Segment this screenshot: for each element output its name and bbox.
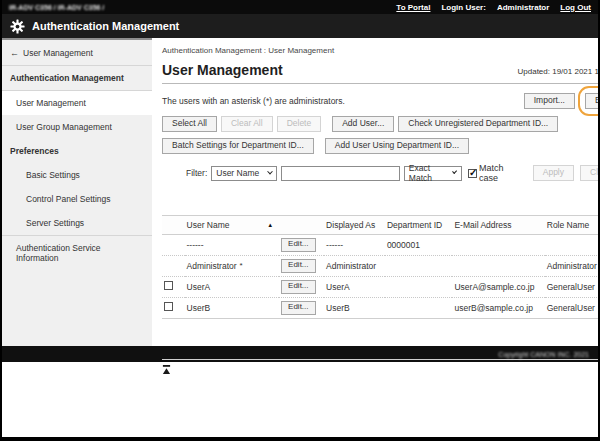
- back-to-top-button[interactable]: [162, 365, 171, 376]
- sidebar-back-label: User Management: [23, 48, 93, 58]
- pagination-top: 1 - 4 / 4 1: [162, 188, 600, 213]
- chevron-down-icon: [267, 169, 273, 175]
- filter-field-selected-value: User Name: [216, 168, 259, 178]
- table-row: UserB Edit... UserB userB@sample.co.jp G…: [162, 297, 600, 318]
- app-bar: Authentication Management: [2, 14, 598, 38]
- updated-timestamp: Updated: 19/01 2021 15:05:20: [518, 66, 600, 78]
- cell-department-id: [385, 297, 453, 318]
- copyright-redacted: Copyright CANON INC. 2021: [498, 351, 589, 358]
- log-out-link[interactable]: Log Out: [560, 3, 591, 12]
- select-all-button[interactable]: Select All: [162, 116, 217, 132]
- sidebar-item-basic-settings[interactable]: Basic Settings: [2, 163, 152, 187]
- sort-ascending-icon[interactable]: ▲: [267, 222, 273, 228]
- cell-displayed-as: UserA: [324, 276, 385, 297]
- pagination-bottom: 1 1 - 4 / 4: [162, 322, 600, 347]
- cell-displayed-as: Administrator: [324, 255, 385, 276]
- back-to-top-icon: [162, 365, 171, 374]
- app-title: Authentication Management: [32, 20, 179, 32]
- filter-label: Filter:: [186, 168, 207, 178]
- cell-email: [452, 255, 544, 276]
- toolbar-row-2: Batch Settings for Department ID... Add …: [162, 138, 600, 154]
- match-case-group: Match case: [468, 163, 521, 183]
- cell-displayed-as: UserB: [324, 297, 385, 318]
- filter-match-select[interactable]: Exact Match: [404, 166, 462, 181]
- cell-user-name: Administrator*: [185, 255, 280, 276]
- edit-button[interactable]: Edit...: [281, 301, 315, 315]
- cell-department-id: 0000001: [385, 234, 453, 255]
- filter-match-selected-value: Exact Match: [409, 163, 448, 183]
- header-displayed-as: Displayed As: [324, 215, 385, 234]
- cell-displayed-as: ------: [324, 234, 385, 255]
- row-select-checkbox[interactable]: [164, 302, 173, 311]
- admin-asterisk: *: [240, 261, 243, 270]
- header-edit-column: [279, 215, 324, 234]
- to-portal-link[interactable]: To Portal: [396, 3, 430, 12]
- table-header-row: User Name ▲ Displayed As Department ID E…: [162, 215, 600, 234]
- match-case-label: Match case: [479, 163, 521, 183]
- add-user-button[interactable]: Add User...: [332, 116, 394, 132]
- table-row: Administrator* Edit... Administrator Adm…: [162, 255, 600, 276]
- cell-user-name: ------: [185, 234, 280, 255]
- filter-row: Filter: User Name Exact Match Match case…: [186, 163, 600, 183]
- cell-email: [452, 234, 544, 255]
- result-range: 1 - 4 / 4: [162, 334, 600, 346]
- row-select-checkbox[interactable]: [164, 281, 173, 290]
- export-button[interactable]: Export...: [585, 93, 600, 109]
- header-email-address: E-Mail Address: [452, 215, 544, 234]
- clear-all-button[interactable]: Clear All: [221, 116, 273, 132]
- admin-asterisk-note: The users with an asterisk (*) are admin…: [162, 96, 345, 106]
- title-row: User Management Updated: 19/01 2021 15:0…: [162, 62, 600, 84]
- breadcrumb: Authentication Management : User Managem…: [162, 46, 600, 55]
- cell-department-id: [385, 276, 453, 297]
- header-department-id: Department ID: [385, 215, 453, 234]
- sidebar-item-authentication-service-information[interactable]: Authentication Service Information: [2, 236, 152, 270]
- gear-icon: [10, 19, 25, 34]
- sidebar-item-user-management[interactable]: User Management: [2, 91, 152, 115]
- cell-email: UserA@sample.co.jp: [452, 276, 544, 297]
- chevron-down-icon: [453, 169, 458, 174]
- login-user-label: Login User:: [441, 3, 485, 12]
- add-user-using-department-id-button[interactable]: Add User Using Department ID...: [325, 138, 469, 154]
- edit-button[interactable]: Edit...: [281, 259, 315, 273]
- sidebar-item-server-settings[interactable]: Server Settings: [2, 211, 152, 235]
- cell-role: GeneralUser: [545, 276, 600, 297]
- table-row: UserA Edit... UserA UserA@sample.co.jp G…: [162, 276, 600, 297]
- page-number[interactable]: 1: [162, 322, 600, 334]
- updated-text: Updated: 19/01 2021 15:05:20: [518, 67, 600, 76]
- cell-user-name: UserB: [185, 297, 280, 318]
- check-unregistered-department-id-button[interactable]: Check Unregistered Department ID...: [398, 116, 558, 132]
- filter-field-select[interactable]: User Name: [211, 166, 277, 181]
- page-title: User Management: [162, 62, 283, 78]
- cell-role: Administrator: [545, 255, 600, 276]
- cell-department-id: [385, 255, 453, 276]
- sidebar-item-control-panel-settings[interactable]: Control Panel Settings: [2, 187, 152, 211]
- cell-role: [545, 234, 600, 255]
- delete-button[interactable]: Delete: [277, 116, 322, 132]
- filter-query-input[interactable]: [281, 166, 400, 181]
- user-table: User Name ▲ Displayed As Department ID E…: [162, 215, 600, 319]
- sidebar-item-user-group-management[interactable]: User Group Management: [2, 115, 152, 139]
- header-role-name: Role Name: [545, 215, 600, 234]
- edit-button[interactable]: Edit...: [281, 280, 315, 294]
- device-name-redacted: iR-ADV C356 / iR-ADV C356 /: [9, 4, 104, 11]
- import-button[interactable]: Import...: [524, 93, 575, 109]
- apply-filter-button[interactable]: Apply: [533, 165, 574, 181]
- top-bar: iR-ADV C356 / iR-ADV C356 / To Portal Lo…: [2, 0, 598, 14]
- note-row: The users with an asterisk (*) are admin…: [162, 92, 600, 110]
- clear-filter-button[interactable]: Clear Filter: [580, 165, 600, 181]
- sidebar-back-user-management[interactable]: ← User Management: [2, 42, 152, 65]
- match-case-checkbox[interactable]: [468, 169, 477, 178]
- page-number[interactable]: 1: [162, 200, 600, 212]
- batch-settings-department-id-button[interactable]: Batch Settings for Department ID...: [162, 138, 314, 154]
- back-to-top-row: [162, 359, 600, 381]
- sidebar-header-authentication-management: Authentication Management: [2, 66, 152, 90]
- table-row: ------ Edit... ------ 0000001 Enabled: [162, 234, 600, 255]
- back-arrow-icon: ←: [10, 48, 19, 58]
- cell-email: userB@sample.co.jp: [452, 297, 544, 318]
- header-user-name: User Name: [187, 220, 230, 230]
- edit-button[interactable]: Edit...: [281, 238, 315, 252]
- login-user-value: Administrator: [497, 3, 549, 12]
- result-range: 1 - 4 / 4: [162, 188, 600, 200]
- browser-window: iR-ADV C356 / iR-ADV C356 / To Portal Lo…: [0, 0, 600, 441]
- cell-user-name: UserA: [185, 276, 280, 297]
